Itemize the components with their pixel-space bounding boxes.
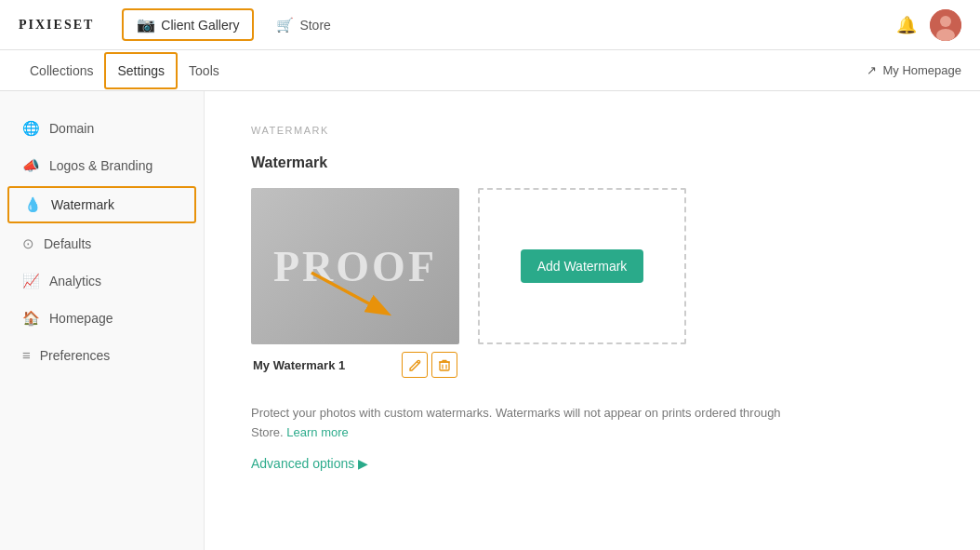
arrow-annotation (307, 268, 409, 324)
cart-icon: 🛒 (276, 17, 294, 34)
learn-more-link[interactable]: Learn more (286, 425, 348, 439)
svg-line-4 (311, 273, 386, 313)
store-label: Store (299, 18, 330, 33)
client-gallery-label: Client Gallery (161, 18, 239, 33)
advanced-options-label: Advanced options (251, 456, 354, 471)
svg-rect-5 (440, 362, 449, 370)
chart-icon: 📈 (22, 273, 40, 289)
external-link-icon: ↗ (867, 63, 877, 77)
home-icon: 🏠 (22, 310, 40, 327)
sidebar-item-homepage[interactable]: 🏠 Homepage (0, 300, 204, 337)
trash-icon (439, 359, 450, 371)
section-title: Watermark (251, 154, 934, 171)
sidebar-defaults-label: Defaults (44, 236, 91, 251)
sidebar-item-watermark[interactable]: 💧 Watermark (7, 186, 196, 223)
watermark-preview: PROOF (251, 188, 459, 344)
edit-watermark-btn[interactable] (402, 352, 428, 378)
logo: PIXIESET (19, 18, 94, 33)
globe-icon: 🌐 (22, 120, 40, 137)
watermark-row: PROOF My Waterm (251, 188, 934, 382)
add-watermark-btn[interactable]: Add Watermark (521, 249, 644, 283)
sidebar-item-analytics[interactable]: 📈 Analytics (0, 262, 204, 300)
bell-icon[interactable]: 🔔 (896, 15, 917, 35)
svg-point-1 (940, 16, 951, 27)
settings-link[interactable]: Settings (104, 52, 178, 89)
advanced-options-link[interactable]: Advanced options ▶ (251, 456, 368, 471)
watermark-card: PROOF My Waterm (251, 188, 459, 382)
defaults-icon: ⊙ (22, 235, 34, 252)
main-content: WATERMARK Watermark PROOF (205, 91, 980, 550)
my-homepage-link[interactable]: ↗ My Homepage (867, 63, 961, 77)
sidebar-preferences-label: Preferences (40, 348, 110, 363)
sliders-icon: ≡ (22, 347, 31, 363)
tools-link[interactable]: Tools (178, 54, 231, 87)
top-nav: PIXIESET 📷 Client Gallery 🛒 Store 🔔 (0, 0, 980, 50)
pencil-icon (409, 359, 421, 371)
sidebar-item-defaults[interactable]: ⊙ Defaults (0, 225, 204, 262)
client-gallery-btn[interactable]: 📷 Client Gallery (122, 8, 254, 41)
my-homepage-label: My Homepage (882, 63, 961, 77)
add-watermark-card: Add Watermark (478, 188, 686, 344)
watermark-footer: My Watermark 1 (251, 344, 459, 382)
droplet-icon: 💧 (24, 196, 42, 213)
megaphone-icon: 📣 (22, 157, 40, 174)
avatar[interactable] (930, 9, 961, 41)
delete-watermark-btn[interactable] (431, 352, 457, 378)
sidebar-item-preferences[interactable]: ≡ Preferences (0, 337, 204, 373)
sidebar-logos-label: Logos & Branding (49, 158, 152, 173)
collections-link[interactable]: Collections (19, 54, 104, 87)
main-layout: 🌐 Domain 📣 Logos & Branding 💧 Watermark … (0, 91, 980, 550)
info-text: Protect your photos with custom watermar… (251, 404, 809, 443)
sidebar-domain-label: Domain (49, 121, 94, 136)
sub-nav: Collections Settings Tools ↗ My Homepage (0, 50, 980, 91)
watermark-name: My Watermark 1 (253, 358, 345, 372)
camera-icon: 📷 (137, 16, 155, 34)
sidebar-analytics-label: Analytics (49, 274, 101, 288)
chevron-right-icon: ▶ (358, 456, 368, 471)
section-label: WATERMARK (251, 125, 934, 136)
sidebar-item-logos[interactable]: 📣 Logos & Branding (0, 147, 204, 184)
watermark-actions (402, 352, 457, 378)
sidebar-watermark-label: Watermark (51, 197, 114, 212)
nav-right: 🔔 (896, 9, 961, 41)
sidebar: 🌐 Domain 📣 Logos & Branding 💧 Watermark … (0, 91, 205, 550)
store-btn[interactable]: 🛒 Store (263, 11, 343, 39)
sidebar-homepage-label: Homepage (49, 311, 113, 326)
sidebar-item-domain[interactable]: 🌐 Domain (0, 110, 204, 147)
